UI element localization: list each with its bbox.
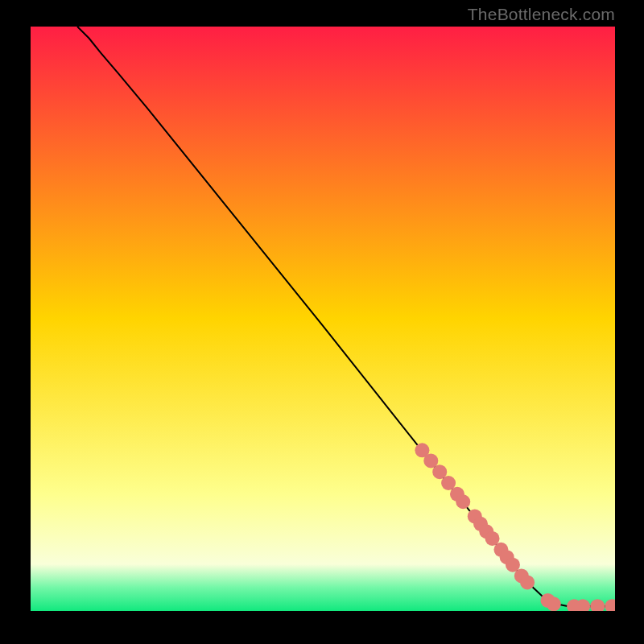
- data-marker: [547, 597, 561, 611]
- chart-svg: [31, 27, 615, 611]
- watermark-text: TheBottleneck.com: [468, 5, 615, 24]
- plot-area: [31, 27, 615, 611]
- chart-frame: TheBottleneck.com: [0, 0, 644, 644]
- data-marker: [520, 575, 535, 589]
- gradient-background: [31, 27, 615, 611]
- data-marker: [456, 494, 470, 509]
